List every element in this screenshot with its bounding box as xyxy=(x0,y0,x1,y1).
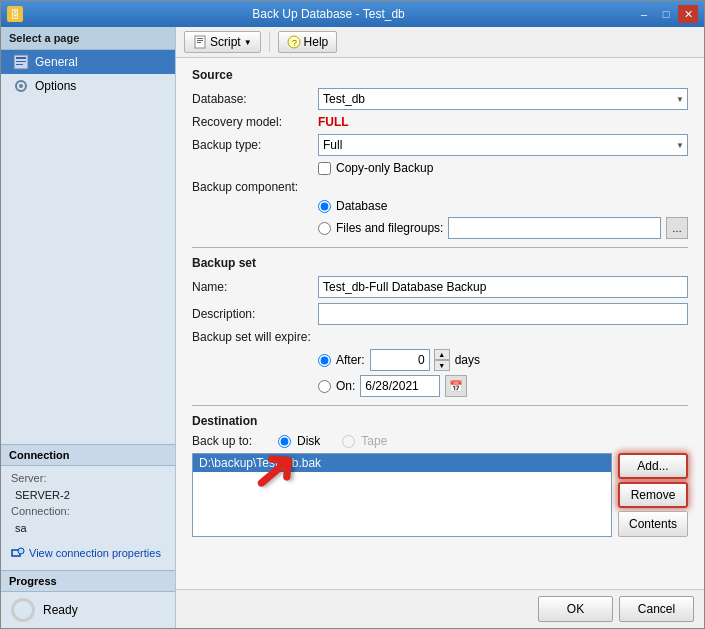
svg-rect-1 xyxy=(16,57,26,59)
contents-button[interactable]: Contents xyxy=(618,511,688,537)
general-icon xyxy=(13,54,29,70)
name-input[interactable] xyxy=(318,276,688,298)
recovery-model-value: FULL xyxy=(318,115,349,129)
main-window: 🗄 Back Up Database - Test_db – □ ✕ Selec… xyxy=(0,0,705,629)
on-radio[interactable] xyxy=(318,380,331,393)
description-input[interactable] xyxy=(318,303,688,325)
spinner-down[interactable]: ▼ xyxy=(434,360,450,371)
source-section-title: Source xyxy=(192,68,688,82)
copy-only-label: Copy-only Backup xyxy=(336,161,433,175)
connection-icon xyxy=(11,546,25,560)
title-bar-controls: – □ ✕ xyxy=(634,5,698,23)
date-picker-btn[interactable]: 📅 xyxy=(445,375,467,397)
bottom-bar: OK Cancel xyxy=(176,589,704,628)
svg-point-7 xyxy=(18,548,24,554)
script-icon xyxy=(193,35,207,49)
after-value[interactable] xyxy=(370,349,430,371)
backup-component-label: Backup component: xyxy=(192,180,312,194)
minimize-button[interactable]: – xyxy=(634,5,654,23)
svg-point-5 xyxy=(19,84,23,88)
after-row: After: ▲ ▼ days xyxy=(318,349,688,371)
files-radio[interactable] xyxy=(318,222,331,235)
add-button[interactable]: Add... xyxy=(618,453,688,479)
spinner-up[interactable]: ▲ xyxy=(434,349,450,360)
database-select-wrapper: Test_db xyxy=(318,88,688,110)
tape-label: Tape xyxy=(361,434,387,448)
sidebar-header: Select a page xyxy=(1,27,175,50)
cancel-button[interactable]: Cancel xyxy=(619,596,694,622)
server-label: Server: xyxy=(11,472,46,484)
backup-type-row: Backup type: Full xyxy=(192,134,688,156)
divider-2 xyxy=(192,405,688,406)
database-row: Database: Test_db xyxy=(192,88,688,110)
help-button[interactable]: ? Help xyxy=(278,31,338,53)
file-list-item[interactable]: D:\backup\Test_db.bak xyxy=(193,454,611,472)
after-radio[interactable] xyxy=(318,354,331,367)
sidebar-item-general-label: General xyxy=(35,55,78,69)
sidebar-item-options[interactable]: Options xyxy=(1,74,175,98)
connection-header: Connection xyxy=(1,444,175,466)
on-row: On: 📅 xyxy=(318,375,688,397)
view-connection-text: View connection properties xyxy=(29,547,161,559)
options-icon xyxy=(13,78,29,94)
tape-radio[interactable] xyxy=(342,435,355,448)
script-label: Script xyxy=(210,35,241,49)
after-spinner: ▲ ▼ xyxy=(370,349,450,371)
back-up-to-label: Back up to: xyxy=(192,434,272,448)
files-browse-btn[interactable]: … xyxy=(666,217,688,239)
after-label: After: xyxy=(336,353,365,367)
progress-spinner xyxy=(11,598,35,622)
svg-rect-10 xyxy=(197,40,203,41)
maximize-button[interactable]: □ xyxy=(656,5,676,23)
ok-button[interactable]: OK xyxy=(538,596,613,622)
backup-component-label-row: Backup component: xyxy=(192,180,688,194)
toolbar-separator xyxy=(269,32,270,52)
sidebar-item-general[interactable]: General xyxy=(1,50,175,74)
database-radio-label: Database xyxy=(336,199,387,213)
disk-label: Disk xyxy=(297,434,320,448)
backup-type-select[interactable]: Full xyxy=(318,134,688,156)
files-input[interactable] xyxy=(448,217,661,239)
close-button[interactable]: ✕ xyxy=(678,5,698,23)
help-label: Help xyxy=(304,35,329,49)
progress-header: Progress xyxy=(1,570,175,592)
backup-type-label: Backup type: xyxy=(192,138,312,152)
recovery-model-row: Recovery model: FULL xyxy=(192,115,688,129)
dest-buttons: Add... Remove Contents xyxy=(618,453,688,537)
files-radio-label: Files and filegroups: xyxy=(336,221,443,235)
main-content: Select a page General Options Connect xyxy=(1,27,704,628)
connection-info: Server: SERVER-2 Connection: sa xyxy=(1,466,175,544)
script-button[interactable]: Script ▼ xyxy=(184,31,261,53)
description-row: Description: xyxy=(192,303,688,325)
recovery-model-label: Recovery model: xyxy=(192,115,312,129)
remove-button[interactable]: Remove xyxy=(618,482,688,508)
backup-type-select-wrapper: Full xyxy=(318,134,688,156)
destination-row: Back up to: Disk Tape xyxy=(192,434,688,448)
divider-1 xyxy=(192,247,688,248)
copy-only-checkbox[interactable] xyxy=(318,162,331,175)
svg-rect-3 xyxy=(16,64,23,65)
name-label: Name: xyxy=(192,280,312,294)
disk-radio[interactable] xyxy=(278,435,291,448)
progress-status: Ready xyxy=(43,603,78,617)
dest-files-row: D:\backup\Test_db.bak Add... Remove Cont… xyxy=(192,453,688,537)
expire-label-row: Backup set will expire: xyxy=(192,330,688,344)
connection-value: sa xyxy=(11,522,165,534)
spinner-buttons: ▲ ▼ xyxy=(434,349,450,371)
copy-only-row: Copy-only Backup xyxy=(318,161,688,175)
script-dropdown-icon: ▼ xyxy=(244,38,252,47)
connection-label: Connection: xyxy=(11,505,70,517)
window-icon: 🗄 xyxy=(7,6,23,22)
files-radio-row: Files and filegroups: … xyxy=(318,217,688,239)
database-select[interactable]: Test_db xyxy=(318,88,688,110)
svg-rect-11 xyxy=(197,42,201,43)
date-input[interactable] xyxy=(360,375,440,397)
title-bar: 🗄 Back Up Database - Test_db – □ ✕ xyxy=(1,1,704,27)
database-radio[interactable] xyxy=(318,200,331,213)
view-connection-link[interactable]: View connection properties xyxy=(1,544,175,562)
on-label: On: xyxy=(336,379,355,393)
svg-text:?: ? xyxy=(292,38,297,48)
toolbar: Script ▼ ? Help xyxy=(176,27,704,58)
file-list[interactable]: D:\backup\Test_db.bak xyxy=(192,453,612,537)
server-value: SERVER-2 xyxy=(11,489,165,501)
